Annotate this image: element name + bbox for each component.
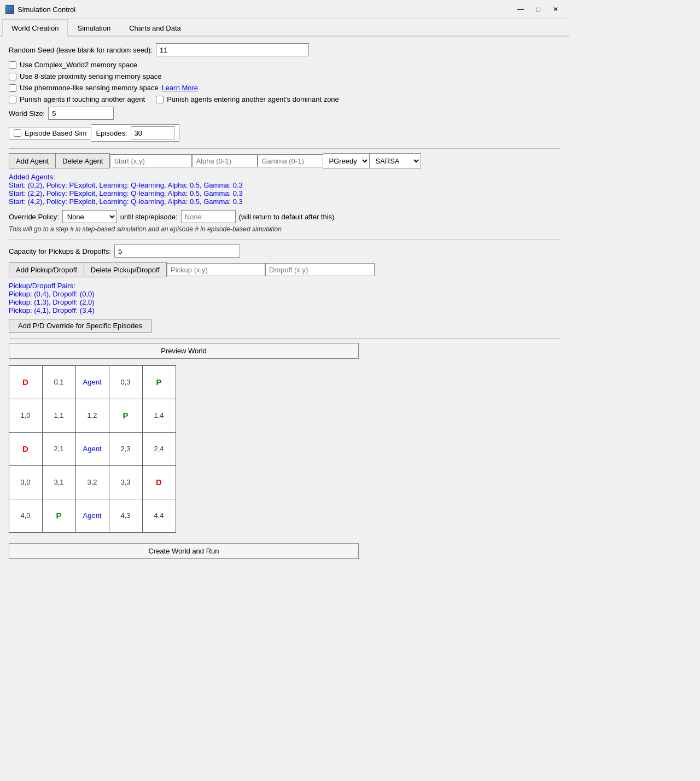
tab-world-creation[interactable]: World Creation: [2, 19, 68, 37]
random-seed-input[interactable]: [156, 43, 309, 56]
eight-state-label: Use 8-state proximity sensing memory spa…: [20, 72, 161, 80]
episode-episodes-section: Episodes:: [91, 124, 179, 142]
punish-touching-item: Punish agents if touching another agent: [9, 95, 145, 103]
tab-bar: World Creation Simulation Charts and Dat…: [0, 19, 569, 37]
grid-cell: Agent: [75, 432, 109, 466]
grid-cell: P: [142, 365, 176, 399]
tab-simulation[interactable]: Simulation: [68, 19, 120, 37]
preview-world-button[interactable]: Preview World: [9, 343, 359, 359]
episode-sim-checkbox[interactable]: [14, 129, 21, 137]
learn-more-link[interactable]: Learn More: [162, 84, 198, 92]
pd-list: Pickup/Dropoff Pairs: Pickup: (0,4), Dro…: [9, 282, 560, 314]
grid-cell: 3,2: [75, 465, 109, 499]
override-until-input[interactable]: [181, 210, 236, 223]
agent-alpha-input[interactable]: [192, 154, 258, 167]
titlebar: Simulation Control — □ ✕: [0, 0, 569, 19]
added-agents-header: Added Agents:: [9, 173, 560, 181]
punish-dominant-checkbox[interactable]: [156, 96, 164, 103]
grid-cell: D: [9, 432, 43, 466]
episode-sim-label: Episode Based Sim: [25, 129, 86, 137]
capacity-input[interactable]: [114, 244, 240, 258]
grid-cell: Agent: [75, 365, 109, 399]
delete-pd-button[interactable]: Delete Pickup/Dropoff: [84, 262, 167, 277]
grid-row: 1,01,11,2P1,4: [9, 399, 176, 432]
override-will-return: (will return to default after this): [239, 213, 335, 221]
random-seed-label: Random Seed (leave blank for random seed…: [9, 46, 153, 54]
override-pd-button[interactable]: Add P/D Override for Specific Episodes: [9, 319, 151, 333]
override-policy-select[interactable]: None PGreedy PExploit Random: [62, 210, 117, 223]
grid-cell: P: [109, 399, 143, 433]
grid-cell: 2,3: [109, 432, 143, 466]
pheromone-checkbox[interactable]: [9, 84, 16, 92]
punish-touching-label: Punish agents if touching another agent: [20, 95, 145, 103]
grid-cell: 2,1: [42, 432, 76, 466]
grid-cell: 2,4: [142, 432, 176, 466]
window-title: Simulation Control: [18, 5, 75, 14]
minimize-button[interactable]: —: [513, 3, 528, 15]
grid-row: 4,0PAgent4,34,4: [9, 499, 176, 532]
punish-dominant-label: Punish agents entering another agent's d…: [167, 95, 339, 103]
pickup-input[interactable]: [167, 263, 265, 276]
grid-cell: 0,1: [42, 365, 76, 399]
punish-touching-checkbox[interactable]: [9, 96, 16, 103]
grid-cell: 4,4: [142, 499, 176, 533]
policy-select[interactable]: PGreedy PExploit Random: [323, 153, 370, 168]
list-item: Pickup: (4,1), Dropoff: (3,4): [9, 306, 560, 314]
world-size-label: World Size:: [9, 109, 45, 118]
grid-cell: 0,3: [109, 365, 143, 399]
titlebar-controls: — □ ✕: [513, 3, 563, 15]
agent-list: Added Agents: Start: (0,2), Policy: PExp…: [9, 173, 560, 206]
grid-cell: 4,0: [9, 499, 43, 533]
agent-gamma-input[interactable]: [258, 154, 323, 167]
grid-cell: 3,0: [9, 465, 43, 499]
grid-row: D2,1Agent2,32,4: [9, 432, 176, 465]
override-until-label: until step/episode:: [120, 213, 178, 221]
episodes-input[interactable]: [131, 126, 174, 139]
grid-cell: 4,3: [109, 499, 143, 533]
complex-world-checkbox[interactable]: [9, 61, 16, 69]
agent-controls: Add Agent Delete Agent PGreedy PExploit …: [9, 153, 560, 168]
list-item: Pickup: (0,4), Dropoff: (0,0): [9, 290, 560, 298]
pheromone-row: Use pheromone-like sensing memory space …: [9, 84, 560, 92]
grid-cell: 3,1: [42, 465, 76, 499]
learning-select[interactable]: SARSA Q-learning: [370, 153, 421, 168]
list-item: Pickup: (1,3), Dropoff: (2,0): [9, 298, 560, 306]
grid-cell: 1,1: [42, 399, 76, 433]
tab-charts-and-data[interactable]: Charts and Data: [120, 19, 190, 37]
eight-state-row: Use 8-state proximity sensing memory spa…: [9, 72, 560, 80]
grid-cell: 1,4: [142, 399, 176, 433]
create-world-button[interactable]: Create World and Run: [9, 543, 359, 559]
capacity-row: Capacity for Pickups & Dropoffs:: [9, 244, 560, 258]
punish-dominant-item: Punish agents entering another agent's d…: [156, 95, 339, 103]
grid-cell: 1,0: [9, 399, 43, 433]
add-agent-button[interactable]: Add Agent: [9, 153, 56, 168]
pheromone-label: Use pheromone-like sensing memory space: [20, 84, 159, 92]
main-content: Random Seed (leave blank for random seed…: [0, 37, 569, 566]
grid-cell: P: [42, 499, 76, 533]
grid-row: 3,03,13,23,3D: [9, 465, 176, 499]
list-item: Start: (2,2), Policy: PExploit, Learning…: [9, 189, 560, 197]
close-button[interactable]: ✕: [548, 3, 563, 15]
agent-start-input[interactable]: [110, 154, 192, 167]
episode-sim-toggle[interactable]: Episode Based Sim: [9, 127, 91, 139]
grid-row: D0,1Agent0,3P: [9, 365, 176, 399]
eight-state-checkbox[interactable]: [9, 73, 16, 80]
maximize-button[interactable]: □: [530, 3, 546, 15]
world-size-row: World Size:: [9, 107, 560, 120]
grid-cell: 1,2: [75, 399, 109, 433]
list-item: Start: (4,2), Policy: PExploit, Learning…: [9, 197, 560, 206]
list-item: Start: (0,2), Policy: PExploit, Learning…: [9, 181, 560, 189]
pd-controls: Add Pickup/Dropoff Delete Pickup/Dropoff: [9, 262, 560, 277]
complex-world-label: Use Complex_World2 memory space: [20, 61, 137, 69]
world-size-input[interactable]: [48, 107, 114, 120]
punish-row: Punish agents if touching another agent …: [9, 95, 560, 103]
override-note: This will go to a step # in step-based s…: [9, 225, 560, 233]
episode-row: Episode Based Sim Episodes:: [9, 124, 560, 142]
grid-cell: D: [142, 465, 176, 499]
delete-agent-button[interactable]: Delete Agent: [56, 153, 110, 168]
dropoff-input[interactable]: [265, 263, 375, 276]
grid-cell: Agent: [75, 499, 109, 533]
app-icon: [5, 5, 14, 14]
override-label: Override Policy:: [9, 213, 59, 221]
add-pd-button[interactable]: Add Pickup/Dropoff: [9, 262, 84, 277]
